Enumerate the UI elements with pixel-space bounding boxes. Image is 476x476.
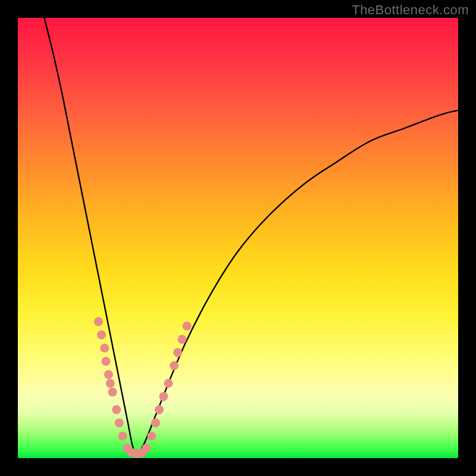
data-marker xyxy=(102,357,111,366)
curve-right_branch xyxy=(137,110,458,458)
chart-svg-layer xyxy=(18,18,458,458)
data-marker xyxy=(142,443,151,452)
data-marker xyxy=(164,379,173,388)
curve-left_branch xyxy=(44,18,136,458)
data-marker xyxy=(115,418,124,427)
data-marker xyxy=(151,418,160,427)
data-marker xyxy=(183,322,192,331)
data-marker xyxy=(106,379,115,388)
chart-frame: TheBottleneck.com xyxy=(0,0,476,476)
data-marker xyxy=(178,335,187,344)
data-marker xyxy=(108,388,117,397)
data-marker xyxy=(94,317,103,326)
data-marker xyxy=(112,405,121,414)
data-marker xyxy=(118,432,127,441)
chart-curves-group xyxy=(44,18,458,458)
data-marker xyxy=(170,361,178,370)
data-marker xyxy=(147,432,156,441)
data-marker xyxy=(159,392,168,401)
watermark-text: TheBottleneck.com xyxy=(352,2,469,18)
data-marker xyxy=(100,344,109,353)
chart-markers-group xyxy=(94,317,192,458)
data-marker xyxy=(155,405,164,414)
data-marker xyxy=(97,330,106,339)
data-marker xyxy=(104,370,113,379)
data-marker xyxy=(173,348,182,357)
